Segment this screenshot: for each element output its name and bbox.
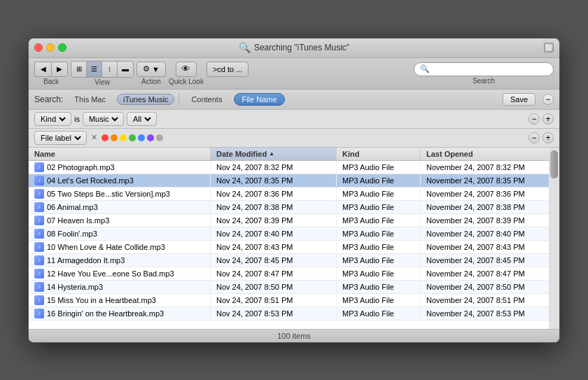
table-row[interactable]: ♪02 Photograph.mp3Nov 24, 2007 8:32 PMMP… bbox=[29, 161, 559, 174]
table-row[interactable]: ♪12 Have You Eve...eone So Bad.mp3Nov 24… bbox=[29, 267, 559, 281]
search-field[interactable]: 🔍 bbox=[414, 62, 554, 76]
remove-filter-2-button[interactable]: − bbox=[528, 132, 540, 143]
cell-last-opened: November 24, 2007 8:39 PM bbox=[421, 215, 559, 226]
yellow-dot[interactable] bbox=[120, 134, 127, 141]
table-row[interactable]: ♪04 Let's Get Rocked.mp3Nov 24, 2007 8:3… bbox=[29, 174, 559, 188]
cell-name: ♪10 When Love & Hate Collide.mp3 bbox=[29, 241, 211, 253]
list-view-button[interactable]: ☰ bbox=[87, 62, 102, 77]
cell-kind: MP3 Audio File bbox=[337, 241, 421, 253]
table-row[interactable]: ♪07 Heaven Is.mp3Nov 24, 2007 8:39 PMMP3… bbox=[29, 214, 559, 227]
column-header-last-opened[interactable]: Last Opened bbox=[421, 148, 559, 160]
mp3-icon: ♪ bbox=[34, 202, 44, 212]
cell-date: Nov 24, 2007 8:50 PM bbox=[211, 281, 337, 293]
column-view-button[interactable]: ⫶ bbox=[102, 62, 118, 77]
resize-button[interactable]: ⬜ bbox=[544, 43, 554, 52]
search-text-label: Search: bbox=[34, 94, 63, 104]
cell-last-opened: November 24, 2007 8:43 PM bbox=[421, 241, 559, 253]
cell-kind: MP3 Audio File bbox=[337, 188, 421, 199]
cd-button[interactable]: >cd to ... bbox=[206, 62, 249, 77]
orange-dot[interactable] bbox=[111, 134, 118, 141]
search-scope-bar: Search: This Mac iTunes Music Contents F… bbox=[29, 90, 559, 110]
mp3-icon: ♪ bbox=[34, 216, 44, 225]
action-button[interactable]: ⚙ ▼ bbox=[136, 62, 166, 77]
column-header-date[interactable]: Date Modified ▲ bbox=[211, 148, 337, 160]
cell-date: Nov 24, 2007 8:38 PM bbox=[211, 202, 337, 213]
purple-dot[interactable] bbox=[147, 134, 154, 141]
cover-flow-button[interactable]: ▬ bbox=[118, 62, 133, 77]
table-row[interactable]: ♪08 Foolin'.mp3Nov 24, 2007 8:40 PMMP3 A… bbox=[29, 227, 559, 241]
table-row[interactable]: ♪06 Animal.mp3Nov 24, 2007 8:38 PMMP3 Au… bbox=[29, 201, 559, 214]
table-row[interactable]: ♪10 When Love & Hate Collide.mp3Nov 24, … bbox=[29, 241, 559, 254]
remove-search-button[interactable]: − bbox=[542, 94, 554, 105]
cell-name: ♪06 Animal.mp3 bbox=[29, 201, 211, 213]
itunes-music-button[interactable]: iTunes Music bbox=[117, 94, 174, 105]
cell-kind: MP3 Audio File bbox=[337, 202, 421, 213]
forward-button[interactable]: ▶ bbox=[51, 62, 68, 77]
status-bar: 100 items bbox=[29, 329, 559, 342]
separator bbox=[178, 94, 179, 105]
maximize-button[interactable] bbox=[58, 43, 66, 52]
cell-date: Nov 24, 2007 8:43 PM bbox=[211, 241, 337, 253]
cd-label: >cd to ... bbox=[213, 65, 243, 73]
quicklook-button[interactable]: 👁 bbox=[176, 62, 197, 77]
icon-view-button[interactable]: ⊞ bbox=[71, 62, 87, 77]
cell-name: ♪12 Have You Eve...eone So Bad.mp3 bbox=[29, 267, 211, 280]
table-row[interactable]: ♪16 Bringin' on the Heartbreak.mp3Nov 24… bbox=[29, 307, 559, 321]
green-dot[interactable] bbox=[129, 134, 136, 141]
blue-dot[interactable] bbox=[138, 134, 145, 141]
back-button[interactable]: ◀ bbox=[34, 62, 51, 77]
all-dropdown[interactable]: All bbox=[130, 114, 153, 124]
mp3-icon: ♪ bbox=[34, 282, 44, 292]
cell-last-opened: November 24, 2007 8:45 PM bbox=[421, 255, 559, 266]
file-name-tab[interactable]: File Name bbox=[234, 93, 284, 106]
minimize-button[interactable] bbox=[46, 43, 55, 52]
eye-icon: 👁 bbox=[181, 64, 190, 74]
cd-group: >cd to ... bbox=[206, 62, 249, 85]
search-input[interactable] bbox=[432, 65, 547, 73]
table-row[interactable]: ♪15 Miss You in a Heartbeat.mp3Nov 24, 2… bbox=[29, 294, 559, 307]
cell-name: ♪05 Two Steps Be...stic Version].mp3 bbox=[29, 188, 211, 200]
kind-dropdown[interactable]: Kind bbox=[38, 114, 68, 124]
music-dropdown[interactable]: Music bbox=[86, 114, 120, 124]
red-dot[interactable] bbox=[102, 134, 108, 141]
cell-date: Nov 24, 2007 8:32 PM bbox=[211, 162, 337, 173]
cell-name: ♪15 Miss You in a Heartbeat.mp3 bbox=[29, 294, 211, 307]
action-group: ⚙ ▼ Action bbox=[136, 62, 166, 85]
remove-filter-button[interactable]: − bbox=[528, 113, 540, 125]
cell-kind: MP3 Audio File bbox=[337, 281, 421, 293]
this-mac-button[interactable]: This Mac bbox=[67, 94, 113, 105]
file-label-select[interactable]: File label bbox=[34, 131, 87, 145]
titlebar: 🔍 Searching "iTunes Music" ⬜ bbox=[29, 38, 559, 58]
cell-last-opened: November 24, 2007 8:40 PM bbox=[421, 228, 559, 239]
scrollbar-track[interactable] bbox=[549, 148, 559, 329]
music-select[interactable]: Music bbox=[83, 112, 124, 126]
add-filter-2-button[interactable]: + bbox=[542, 132, 554, 143]
gray-dot[interactable] bbox=[156, 134, 163, 141]
all-select[interactable]: All bbox=[127, 112, 157, 126]
back-label: Back bbox=[43, 78, 59, 85]
column-header-name[interactable]: Name bbox=[29, 148, 211, 160]
kind-select[interactable]: Kind bbox=[34, 112, 71, 126]
scrollbar-thumb[interactable] bbox=[550, 150, 558, 178]
close-button[interactable] bbox=[34, 43, 43, 52]
table-row[interactable]: ♪05 Two Steps Be...stic Version].mp3Nov … bbox=[29, 188, 559, 201]
filter-controls: − + bbox=[528, 113, 554, 125]
table-body: ♪02 Photograph.mp3Nov 24, 2007 8:32 PMMP… bbox=[29, 161, 559, 329]
cell-kind: MP3 Audio File bbox=[337, 268, 421, 279]
table-row[interactable]: ♪14 Hysteria.mp3Nov 24, 2007 8:50 PMMP3 … bbox=[29, 281, 559, 294]
cell-name: ♪04 Let's Get Rocked.mp3 bbox=[29, 174, 211, 187]
quicklook-label: Quick Look bbox=[169, 78, 204, 85]
file-label-dropdown[interactable]: File label bbox=[38, 133, 83, 143]
view-label: View bbox=[94, 78, 110, 86]
clear-label-filter-button[interactable]: ✕ bbox=[90, 133, 99, 142]
table-row[interactable]: ♪11 Armageddon It.mp3Nov 24, 2007 8:45 P… bbox=[29, 254, 559, 267]
sort-arrow: ▲ bbox=[269, 150, 274, 157]
cell-last-opened: November 24, 2007 8:51 PM bbox=[421, 295, 559, 306]
cell-last-opened: November 24, 2007 8:53 PM bbox=[421, 308, 559, 319]
save-button[interactable]: Save bbox=[503, 93, 536, 106]
cell-date: Nov 24, 2007 8:36 PM bbox=[211, 188, 337, 199]
add-filter-button[interactable]: + bbox=[542, 113, 554, 125]
contents-tab[interactable]: Contents bbox=[183, 93, 230, 106]
filter-bar-2: File label ✕ − + bbox=[29, 129, 559, 148]
column-header-kind[interactable]: Kind bbox=[337, 148, 421, 160]
